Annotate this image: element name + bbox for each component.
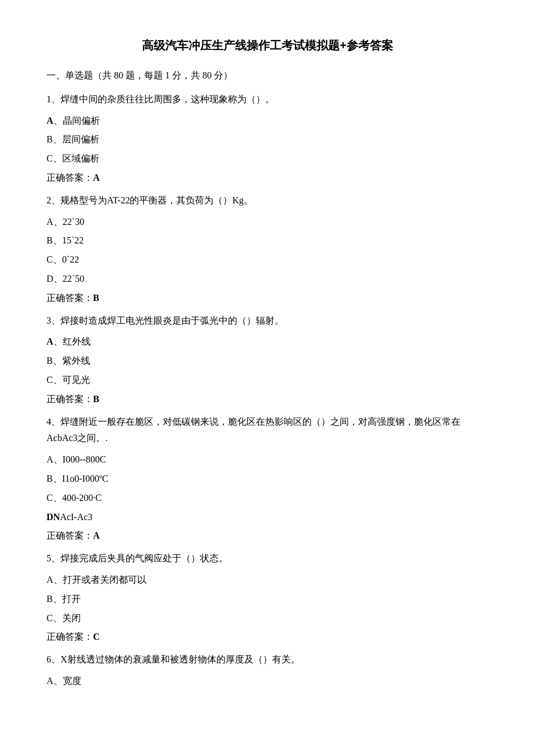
question-4-option-a: A、I000--800C xyxy=(47,452,488,468)
question-6: 6、X射线透过物体的衰减量和被透射物体的厚度及（）有关。 A、宽度 xyxy=(47,651,488,690)
question-3-text: 3、焊接时造成焊工电光性眼炎是由于弧光中的（）辐射。 xyxy=(47,313,488,329)
question-5-answer: 正确答案：C xyxy=(47,629,488,646)
question-1-text: 1、焊缝中间的杂质往往比周围多，这种现象称为（）。 xyxy=(47,91,488,108)
question-3-answer: 正确答案：B xyxy=(47,391,488,408)
question-5-option-a: A、打开或者关闭都可以 xyxy=(47,572,488,589)
question-4-answer: 正确答案：A xyxy=(47,528,488,544)
question-2-option-d: D、22`50 xyxy=(47,271,488,288)
question-2-option-c: C、0`22 xyxy=(47,252,488,268)
question-3-option-c: C、可见光 xyxy=(47,372,488,389)
page-title: 高级汽车冲压生产线操作工考试模拟题+参考答案 xyxy=(47,35,488,56)
section1-header: 一、单选题（共 80 题，每题 1 分，共 80 分） xyxy=(47,67,488,84)
question-5-option-b: B、打开 xyxy=(47,591,488,608)
question-4-option-b: B、I1o0-I000ºC xyxy=(47,471,488,488)
question-1-option-b: B、层间偏析 xyxy=(47,131,488,148)
question-1-option-a: A、晶间偏析 xyxy=(47,113,488,130)
question-1-answer: 正确答案：A xyxy=(47,170,488,187)
question-2: 2、规格型号为AT-22的平衡器，其负荷为（）Kg。 A、22`30 B、15`… xyxy=(47,192,488,307)
question-5: 5、焊接完成后夹具的气阀应处于（）状态。 A、打开或者关闭都可以 B、打开 C、… xyxy=(47,550,488,646)
question-5-text: 5、焊接完成后夹具的气阀应处于（）状态。 xyxy=(47,550,488,567)
question-1-option-c: C、区域偏析 xyxy=(47,151,488,167)
question-2-option-a: A、22`30 xyxy=(47,214,488,231)
question-4-option-d: DNAcI-Ac3 xyxy=(47,509,488,526)
question-2-text: 2、规格型号为AT-22的平衡器，其负荷为（）Kg。 xyxy=(47,192,488,209)
question-4: 4、焊缝附近一般存在脆区，对低碳钢来说，脆化区在热影响区的（）之间，对高强度钢，… xyxy=(47,414,488,545)
question-3: 3、焊接时造成焊工电光性眼炎是由于弧光中的（）辐射。 A、红外线 B、紫外线 C… xyxy=(47,313,488,408)
question-1: 1、焊缝中间的杂质往往比周围多，这种现象称为（）。 A、晶间偏析 B、层间偏析 … xyxy=(47,91,488,187)
question-2-answer: 正确答案：B xyxy=(47,290,488,307)
question-4-option-c: C、400-200·C xyxy=(47,490,488,507)
question-6-text: 6、X射线透过物体的衰减量和被透射物体的厚度及（）有关。 xyxy=(47,651,488,668)
question-2-option-b: B、15`22 xyxy=(47,232,488,249)
question-6-option-a: A、宽度 xyxy=(47,673,488,690)
question-5-option-c: C、关闭 xyxy=(47,610,488,627)
question-3-option-a: A、红外线 xyxy=(47,334,488,350)
question-3-option-b: B、紫外线 xyxy=(47,353,488,370)
question-4-text: 4、焊缝附近一般存在脆区，对低碳钢来说，脆化区在热影响区的（）之间，对高强度钢，… xyxy=(47,414,488,447)
